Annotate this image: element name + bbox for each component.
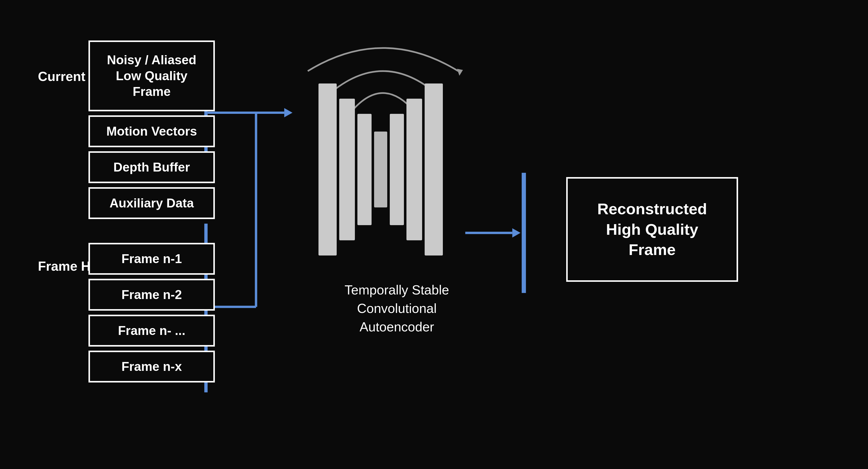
frame-nx-box: Frame n-x [89,351,215,382]
frame-ndots-box: Frame n- ... [89,315,215,347]
layer-3 [358,114,372,225]
depth-buffer-box: Depth Buffer [89,151,215,183]
layer-5 [390,114,404,225]
layer-7 [425,84,443,256]
frame-n1-box: Frame n-1 [89,243,215,275]
layer-4-bottleneck [374,131,387,207]
diagram-container: Current Frame n Frame History Noisy / Al… [0,0,868,469]
history-inputs: Frame n-1 Frame n-2 Frame n- ... Frame n… [89,243,215,382]
noisy-frame-box: Noisy / Aliased Low Quality Frame [89,40,215,111]
frame-n2-box: Frame n-2 [89,279,215,311]
auxiliary-data-box: Auxiliary Data [89,187,215,219]
motion-vectors-box: Motion Vectors [89,115,215,147]
output-box: Reconstructed High Quality Frame [566,177,738,282]
svg-marker-10 [457,69,463,76]
main-layout: Current Frame n Frame History Noisy / Al… [30,20,838,449]
current-frame-inputs: Noisy / Aliased Low Quality Frame Motion… [89,40,215,219]
network-label: Temporally Stable Convolutional Autoenco… [308,281,485,336]
layer-2 [339,99,355,240]
svg-marker-8 [513,228,521,238]
layer-6 [406,99,422,240]
svg-rect-9 [522,173,526,293]
network-layers [318,76,443,263]
svg-marker-3 [284,108,293,117]
layer-1 [318,84,337,256]
